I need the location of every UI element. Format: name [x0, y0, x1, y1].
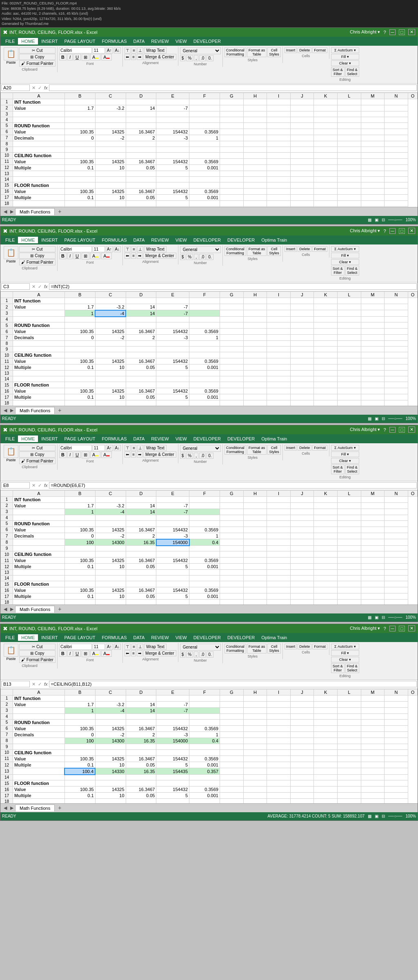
- empty-col[interactable]: [361, 358, 385, 364]
- empty-col[interactable]: [267, 147, 291, 152]
- empty-col[interactable]: [243, 707, 267, 713]
- view-layout-btn[interactable]: ▣: [375, 615, 378, 620]
- cell-A16[interactable]: Value: [13, 388, 65, 394]
- cell-C11[interactable]: 14325: [95, 558, 126, 564]
- empty-col[interactable]: [220, 713, 243, 719]
- empty-col[interactable]: [385, 111, 408, 117]
- cell-A6[interactable]: Value: [13, 527, 65, 533]
- empty-col[interactable]: [385, 304, 408, 310]
- add-sheet-btn[interactable]: +: [56, 208, 64, 215]
- cell-E17[interactable]: 5: [156, 394, 189, 400]
- wrap-text-btn[interactable]: Wrap Text: [144, 644, 167, 650]
- empty-col[interactable]: [267, 793, 291, 799]
- empty-col[interactable]: [267, 164, 291, 171]
- cell-E12[interactable]: 5: [156, 762, 189, 768]
- empty-col[interactable]: [290, 147, 314, 152]
- align-center-btn[interactable]: ≡: [131, 253, 136, 259]
- empty-col[interactable]: [267, 111, 291, 117]
- cell-F11[interactable]: 0.3569: [189, 158, 220, 164]
- font-color-btn[interactable]: A▬: [101, 253, 111, 259]
- cell-D9[interactable]: [126, 744, 156, 749]
- cell-A14[interactable]: [13, 176, 65, 182]
- view-page-btn[interactable]: ⊟: [382, 615, 385, 620]
- fill-btn[interactable]: Fill ▾: [331, 451, 359, 457]
- empty-col[interactable]: [290, 122, 314, 129]
- view-page-btn[interactable]: ⊟: [382, 814, 385, 818]
- empty-col[interactable]: [385, 713, 408, 719]
- empty-col[interactable]: [220, 520, 243, 527]
- align-right-btn[interactable]: ➡: [137, 253, 142, 259]
- cell-C10[interactable]: [95, 749, 126, 756]
- empty-col[interactable]: [314, 593, 338, 600]
- empty-col[interactable]: [267, 564, 291, 570]
- menu-home[interactable]: HOME: [18, 38, 38, 44]
- empty-col[interactable]: [243, 352, 267, 358]
- cell-A17[interactable]: Multiple: [13, 394, 65, 400]
- cell-A10[interactable]: CEILING function: [13, 551, 65, 558]
- cell-B5[interactable]: [64, 122, 95, 129]
- cell-B16[interactable]: 100.35: [64, 787, 95, 793]
- function-icon[interactable]: fx: [43, 483, 49, 488]
- menu-review[interactable]: REVIEW: [148, 38, 172, 44]
- cell-A10[interactable]: CEILING function: [13, 352, 65, 358]
- empty-col[interactable]: [314, 744, 338, 749]
- delete-cells-btn[interactable]: Delete: [298, 644, 311, 649]
- align-left-btn[interactable]: ⬅: [125, 650, 130, 656]
- empty-col[interactable]: [290, 558, 314, 564]
- cell-D15[interactable]: [126, 182, 156, 188]
- align-top-btn[interactable]: ⊤: [125, 47, 131, 53]
- empty-col[interactable]: [220, 570, 243, 576]
- cell-E8[interactable]: [156, 341, 189, 347]
- empty-col[interactable]: [290, 600, 314, 604]
- sheet-tab-math[interactable]: Math Functions: [15, 804, 55, 811]
- empty-col[interactable]: [361, 701, 385, 707]
- empty-col[interactable]: [338, 564, 361, 570]
- cell-D14[interactable]: [126, 576, 156, 581]
- border-btn[interactable]: ⊞: [82, 451, 89, 458]
- align-mid-btn[interactable]: ≡: [131, 246, 136, 252]
- cell-E1[interactable]: [156, 298, 189, 304]
- cell-C14[interactable]: [95, 376, 126, 382]
- empty-col[interactable]: [361, 756, 385, 762]
- cell-B7[interactable]: 0: [64, 335, 95, 341]
- cell-D16[interactable]: 16.3467: [126, 388, 156, 394]
- empty-col[interactable]: [267, 775, 291, 780]
- empty-col[interactable]: [243, 731, 267, 738]
- empty-col[interactable]: [385, 768, 408, 775]
- empty-col[interactable]: [220, 317, 243, 322]
- empty-col[interactable]: [361, 564, 385, 570]
- spreadsheet-grid[interactable]: ABCDEFGHIJKLMNO 1INT function2Value1.7-3…: [0, 689, 418, 803]
- cell-C2[interactable]: -3.2: [95, 304, 126, 310]
- empty-col[interactable]: [267, 141, 291, 147]
- cell-E5[interactable]: [156, 322, 189, 329]
- cell-D8[interactable]: 16.35: [126, 738, 156, 744]
- sheet-tab-math[interactable]: Math Functions: [15, 606, 55, 613]
- minimize-btn[interactable]: ─: [389, 626, 396, 631]
- cell-F18[interactable]: [189, 799, 220, 803]
- menu-developer[interactable]: DEVELOPER: [224, 634, 258, 641]
- cell-D12[interactable]: 0.05: [126, 364, 156, 371]
- cell-C18[interactable]: [95, 600, 126, 604]
- cell-B2[interactable]: 1.7: [64, 701, 95, 707]
- cell-C2[interactable]: -3.2: [95, 105, 126, 111]
- empty-col[interactable]: [290, 141, 314, 147]
- menu-view[interactable]: VIEW: [172, 634, 190, 641]
- empty-col[interactable]: [243, 564, 267, 570]
- empty-col[interactable]: [385, 376, 408, 382]
- menu-file[interactable]: FILE: [2, 38, 18, 44]
- cell-F1[interactable]: [189, 298, 220, 304]
- cell-F9[interactable]: [189, 347, 220, 352]
- cell-F15[interactable]: [189, 182, 220, 188]
- help-icon[interactable]: ?: [383, 626, 386, 631]
- cell-B14[interactable]: [64, 576, 95, 581]
- cell-F8[interactable]: [189, 341, 220, 347]
- menu-home[interactable]: HOME: [18, 634, 38, 641]
- empty-col[interactable]: [243, 793, 267, 799]
- empty-col[interactable]: [361, 352, 385, 358]
- cell-C6[interactable]: 14325: [95, 129, 126, 135]
- align-right-btn[interactable]: ➡: [137, 451, 142, 458]
- cell-A13[interactable]: [13, 171, 65, 176]
- font-color-btn[interactable]: A▬: [101, 54, 111, 60]
- empty-col[interactable]: [385, 352, 408, 358]
- empty-col[interactable]: [314, 129, 338, 135]
